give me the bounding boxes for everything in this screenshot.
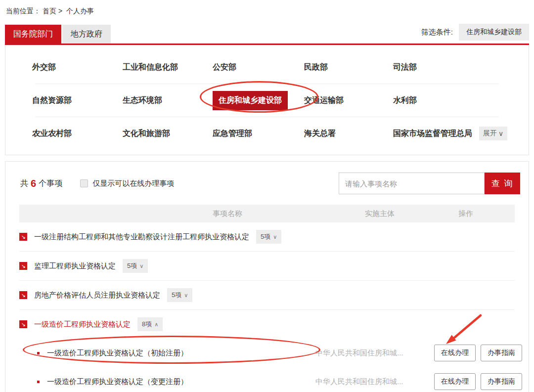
- tab-local-governments[interactable]: 地方政府: [62, 25, 111, 44]
- search-input[interactable]: [339, 173, 485, 194]
- item-count-badge[interactable]: 5项∨: [256, 230, 281, 244]
- guide-button[interactable]: 办事指南: [481, 345, 522, 361]
- ministry-item[interactable]: 文化和旅游部: [123, 129, 170, 137]
- item-count-badge[interactable]: 8项∧: [137, 317, 163, 331]
- badge-label: 5项: [172, 291, 181, 300]
- agency-name: 中华人民共和国住房和城...: [315, 377, 423, 387]
- bullet-icon: [37, 352, 40, 354]
- column-header-item-name: 事项名称: [213, 209, 242, 218]
- expand-row-icon[interactable]: ↘: [19, 262, 27, 270]
- ministry-row: 农业农村部 文化和旅游部 应急管理部 海关总署 国家市场监督管理总局 展开∨: [5, 117, 529, 150]
- table-header: 事项名称 实施主体 操作: [19, 205, 515, 222]
- total-suffix: 个事项: [39, 178, 62, 189]
- online-only-filter[interactable]: 仅显示可以在线办理事项: [80, 179, 174, 188]
- expand-row-icon[interactable]: ↘: [19, 233, 27, 241]
- search-button[interactable]: 查 询: [485, 173, 520, 194]
- online-handle-button[interactable]: 在线办理: [434, 373, 476, 390]
- bullet-icon: [37, 381, 40, 383]
- ministry-item[interactable]: 海关总署: [304, 129, 336, 137]
- table-row: ↘ 监理工程师执业资格认定 5项∨: [5, 252, 529, 280]
- breadcrumb: 当前位置：首页> 个人办事: [0, 0, 534, 16]
- online-only-checkbox[interactable]: [80, 179, 88, 187]
- page: 当前位置：首页> 个人办事 国务院部门 地方政府 筛选条件: 住房和城乡建设部 …: [0, 0, 534, 392]
- filter-value-button[interactable]: 住房和城乡建设部: [459, 24, 529, 41]
- sub-item-row: 一级造价工程师执业资格认定（初始注册） 中华人民共和国住房和城... 在线办理 …: [5, 339, 529, 367]
- ministry-item[interactable]: 司法部: [393, 62, 417, 73]
- ministry-item[interactable]: 工业和信息化部: [123, 63, 178, 71]
- breadcrumb-label: 当前位置：: [6, 7, 41, 15]
- badge-label: 8项: [142, 320, 152, 329]
- summary-bar: 共 6 个事项 仅显示可以在线办理事项 查 询: [5, 173, 529, 194]
- ministry-item[interactable]: 自然资源部: [32, 96, 72, 104]
- total-count: 共 6 个事项: [20, 178, 62, 189]
- expand-ministries-button[interactable]: 展开∨: [479, 127, 507, 140]
- items-panel: 共 6 个事项 仅显示可以在线办理事项 查 询 事项名称 实施主体 操作 ↘ 一…: [5, 161, 529, 392]
- item-title-active[interactable]: 一级造价工程师执业资格认定: [34, 320, 131, 329]
- column-header-actions: 操作: [458, 209, 473, 218]
- ministry-row: 自然资源部 生态环境部 住房和城乡建设部 交通运输部 水利部: [5, 84, 529, 117]
- column-header-agency: 实施主体: [365, 209, 395, 218]
- item-count-badge[interactable]: 5项∨: [167, 288, 192, 302]
- ministries-panel: 外交部 工业和信息化部 公安部 民政部 司法部 自然资源部 生态环境部 住房和城…: [5, 45, 529, 155]
- ministry-item[interactable]: 水利部: [393, 95, 417, 106]
- total-prefix: 共: [20, 178, 28, 189]
- ministry-item[interactable]: 农业农村部: [32, 129, 72, 137]
- breadcrumb-separator: >: [58, 7, 62, 15]
- item-count-badge[interactable]: 5项∨: [123, 259, 148, 273]
- guide-button[interactable]: 办事指南: [481, 373, 522, 390]
- ministry-item[interactable]: 生态环境部: [123, 96, 162, 104]
- chevron-down-icon: ∨: [184, 292, 188, 299]
- total-number: 6: [31, 178, 36, 189]
- agency-name: 中华人民共和国住房和城...: [315, 348, 423, 358]
- badge-label: 5项: [261, 232, 270, 241]
- chevron-down-icon: ∨: [498, 130, 503, 137]
- sub-item-title[interactable]: 一级造价工程师执业资格认定（初始注册）: [47, 348, 188, 358]
- expand-label: 展开: [483, 129, 497, 138]
- item-title[interactable]: 房地产价格评估人员注册执业资格认定: [34, 291, 160, 300]
- ministry-item[interactable]: 应急管理部: [213, 129, 252, 137]
- chevron-up-icon: ∧: [154, 321, 158, 328]
- chevron-down-icon: ∨: [139, 263, 143, 269]
- table-row: ↘ 房地产价格评估人员注册执业资格认定 5项∨: [5, 281, 529, 309]
- tab-state-council-departments[interactable]: 国务院部门: [5, 25, 61, 44]
- ministry-item[interactable]: 公安部: [213, 63, 236, 71]
- chevron-down-icon: ∨: [273, 234, 277, 240]
- item-title[interactable]: 一级注册结构工程师和其他专业勘察设计注册工程师执业资格认定: [34, 232, 249, 242]
- ministry-item[interactable]: 外交部: [32, 63, 56, 71]
- online-only-label: 仅显示可以在线办理事项: [92, 179, 174, 188]
- table-row-expanded: ↘ 一级造价工程师执业资格认定 8项∧: [5, 310, 529, 339]
- ministry-row: 外交部 工业和信息化部 公安部 民政部 司法部: [5, 51, 529, 84]
- sub-item-row: 一级造价工程师执业资格认定（变更注册） 中华人民共和国住房和城... 在线办理 …: [5, 367, 529, 392]
- online-handle-button[interactable]: 在线办理: [434, 345, 476, 361]
- search-group: 查 询: [339, 173, 520, 194]
- expand-row-icon[interactable]: ↘: [19, 320, 27, 328]
- ministry-item[interactable]: 民政部: [304, 63, 328, 71]
- breadcrumb-home-link[interactable]: 首页: [43, 7, 56, 15]
- filter-label: 筛选条件:: [421, 28, 453, 37]
- table-row: ↘ 一级注册结构工程师和其他专业勘察设计注册工程师执业资格认定 5项∨: [5, 222, 529, 251]
- expand-row-icon[interactable]: ↘: [19, 291, 27, 299]
- sub-item-title[interactable]: 一级造价工程师执业资格认定（变更注册）: [47, 377, 188, 387]
- badge-label: 5项: [127, 261, 137, 270]
- filter-condition: 筛选条件: 住房和城乡建设部: [421, 24, 529, 44]
- breadcrumb-current: 个人办事: [66, 7, 94, 15]
- ministry-item-selected[interactable]: 住房和城乡建设部: [213, 91, 288, 110]
- ministry-item[interactable]: 交通运输部: [304, 96, 344, 104]
- item-title[interactable]: 监理工程师执业资格认定: [34, 261, 116, 271]
- tab-bar: 国务院部门 地方政府 筛选条件: 住房和城乡建设部: [5, 24, 529, 44]
- ministry-item[interactable]: 国家市场监督管理总局: [393, 129, 472, 139]
